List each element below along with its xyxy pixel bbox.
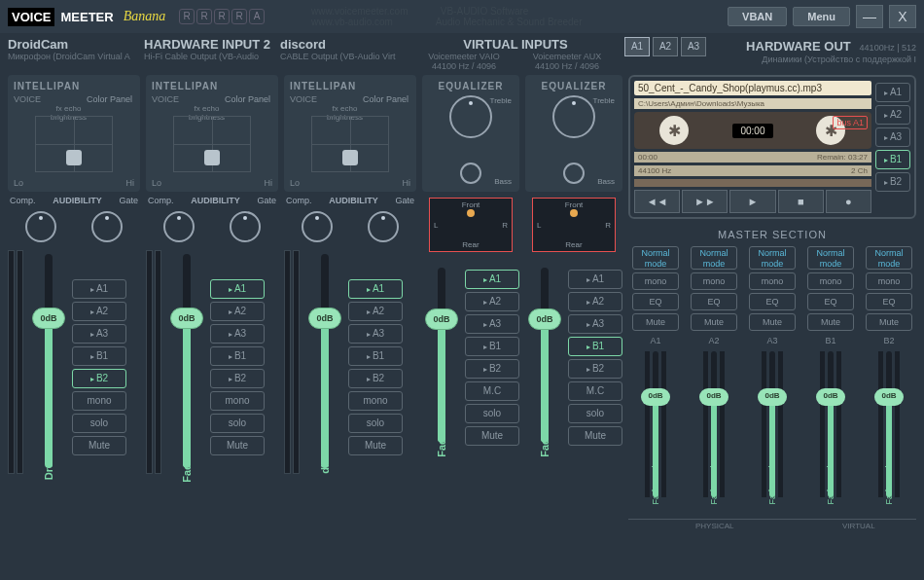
fader-2[interactable]: 0dBFader Gain [183, 254, 191, 468]
cassette-body: 00:00 bus A1 [634, 112, 871, 149]
comp-knob[interactable] [163, 211, 195, 242]
r-button[interactable]: R [214, 9, 230, 24]
menu-button[interactable]: Menu [793, 7, 850, 26]
solo-button[interactable]: solo [72, 414, 126, 433]
stop-button[interactable]: ■ [778, 190, 824, 213]
master-fader-a3[interactable]: 0dBFader Gain [769, 351, 775, 497]
input2-title[interactable]: HARDWARE INPUT 2 [144, 37, 276, 52]
r-button[interactable]: R [196, 9, 212, 24]
hw-out-title: HARDWARE OUT [746, 39, 851, 54]
gate-knob[interactable] [368, 211, 399, 242]
route-a1[interactable]: A1 [72, 279, 126, 299]
spat-handle[interactable] [570, 209, 578, 217]
mode-button[interactable]: Normal mode [632, 246, 679, 270]
eq-bass-knob[interactable] [460, 163, 481, 184]
input3-title[interactable]: discord [280, 37, 412, 52]
cassette-bus[interactable]: bus A1 [833, 116, 868, 129]
cassette-filename[interactable]: 50_Cent_-_Candy_Shop(playmus.cc).mp3 [634, 81, 871, 95]
route-a1[interactable]: A1 [210, 279, 265, 299]
cass-route-a1[interactable]: A1 [875, 83, 910, 102]
bg-watermark: www.voicemeeter.com VB-AUDIO Software ww… [311, 6, 582, 27]
rewind-button[interactable]: ◄◄ [634, 190, 680, 213]
phys-virt-labels: PHYSICAL VIRTUAL [628, 519, 916, 530]
input2-device: Hi-Fi Cable Output (VB-Audio [144, 52, 276, 61]
spat-handle[interactable] [467, 209, 475, 217]
xy-handle[interactable] [66, 150, 82, 165]
hw-strip-1: INTELLIPAN VOICE Color Panel fx echobrig… [8, 75, 140, 530]
main-area: INTELLIPAN VOICE Color Panel fx echobrig… [0, 75, 924, 530]
meter [8, 250, 15, 474]
route-a1[interactable]: A1 [348, 279, 403, 299]
vban-button[interactable]: VBAN [728, 7, 787, 26]
a2-select[interactable]: A2 [653, 37, 678, 56]
master-fader-b2[interactable]: 0dBFader Gain [886, 351, 892, 497]
master-section: Normal mode mono EQ Mute A1 0dBFader Gai… [628, 246, 916, 507]
virt-strip-1: EQUALIZER Treble Bass Front Rear L R 0dB… [422, 75, 519, 530]
play-button[interactable]: ► [729, 190, 775, 213]
meter [17, 250, 23, 474]
intellipan-1[interactable]: INTELLIPAN VOICE Color Panel fx echobrig… [8, 75, 140, 192]
fast-forward-button[interactable]: ►► [682, 190, 728, 213]
right-panel: 50_Cent_-_Candy_Shop(playmus.cc).mp3 C:\… [628, 75, 916, 530]
cass-route-b1[interactable]: B1 [875, 150, 910, 169]
route-b1[interactable]: B1 [72, 346, 126, 366]
master-section-title: MASTER SECTION [628, 229, 916, 240]
mute-button[interactable]: Mute [72, 436, 126, 455]
r-button[interactable]: R [179, 9, 195, 24]
xy-pad[interactable] [173, 116, 251, 172]
hw-strip-3: INTELLIPAN VOICE Color Panel fx echobrig… [284, 75, 416, 530]
spatializer-2[interactable]: Front Rear L R [532, 198, 616, 252]
spatializer-1[interactable]: Front Rear L R [429, 198, 513, 252]
master-fader-a1[interactable]: 0dBFader Gain [653, 351, 658, 497]
eq-main-knob[interactable] [552, 95, 595, 138]
intellipan-3[interactable]: INTELLIPAN VOICE Color Panel fx echobrig… [284, 75, 416, 192]
virt-strip-2: EQUALIZER Treble Bass Front Rear L R 0dB… [525, 75, 622, 530]
xy-handle[interactable] [342, 150, 358, 165]
hw-out-device: Динамики (Устройство с поддержкой I [746, 54, 916, 64]
master-fader-a2[interactable]: 0dBFader Gain [711, 351, 717, 497]
a1-select[interactable]: A1 [624, 37, 650, 56]
route-a2[interactable]: A2 [72, 302, 126, 321]
route-a3[interactable]: A3 [72, 324, 126, 344]
gate-knob[interactable] [91, 211, 123, 242]
fader-3[interactable]: 0dBdiscord [321, 254, 329, 468]
logo-banana: Banana [124, 9, 166, 24]
route-b2[interactable]: B2 [72, 369, 126, 388]
r-buttons: R R R R A [179, 9, 265, 24]
eq-main-knob[interactable] [449, 95, 492, 138]
master-a3: Normal mode mono EQ Mute A3 0dBFader Gai… [745, 246, 800, 507]
cassette-player: 50_Cent_-_Candy_Shop(playmus.cc).mp3 C:\… [628, 75, 916, 219]
a3-select[interactable]: A3 [681, 37, 706, 56]
cass-route-a3[interactable]: A3 [875, 127, 910, 147]
header-row: DroidCam Микрофон (DroidCam Virtual A HA… [0, 33, 924, 75]
master-a2: Normal mode mono EQ Mute A2 0dBFader Gai… [687, 246, 741, 507]
minimize-button[interactable]: — [856, 5, 883, 28]
master-b2: Normal mode mono EQ Mute B2 0dBFader Gai… [862, 246, 916, 507]
logo-voice: VOICE [8, 8, 54, 26]
comp-knob[interactable] [25, 211, 56, 242]
fader-v2[interactable]: 0dBFader Gain [541, 268, 549, 443]
transport-controls: ◄◄ ►► ► ■ ● [634, 190, 871, 213]
intellipan-2[interactable]: INTELLIPAN VOICE Color Panel fx echobrig… [146, 75, 278, 192]
cassette-time: 00:00 [732, 124, 772, 138]
titlebar: VOICE MEETER Banana R R R R A www.voicem… [0, 0, 924, 33]
master-a1: Normal mode mono EQ Mute A1 0dBFader Gai… [628, 246, 683, 507]
master-fader-b1[interactable]: 0dBFader Gain [828, 351, 834, 497]
input1-title[interactable]: DroidCam [8, 37, 140, 52]
fader-1[interactable]: 0dBDroidCam [45, 254, 53, 468]
comp-knob[interactable] [302, 211, 333, 242]
r-button[interactable]: R [231, 9, 247, 24]
cass-route-a2[interactable]: A2 [875, 105, 910, 125]
eq-bass-knob[interactable] [563, 163, 585, 184]
close-button[interactable]: X [889, 5, 916, 28]
xy-pad[interactable] [35, 116, 113, 172]
logo-meeter: MEETER [60, 10, 113, 24]
record-button[interactable]: ● [826, 190, 871, 213]
xy-pad[interactable] [311, 116, 389, 172]
gate-knob[interactable] [230, 211, 261, 242]
xy-handle[interactable] [204, 150, 220, 165]
mono-button[interactable]: mono [72, 391, 126, 411]
cass-route-b2[interactable]: B2 [875, 172, 910, 192]
fader-v1[interactable]: 0dBFader Gain [438, 268, 445, 443]
a-button[interactable]: A [249, 9, 265, 24]
